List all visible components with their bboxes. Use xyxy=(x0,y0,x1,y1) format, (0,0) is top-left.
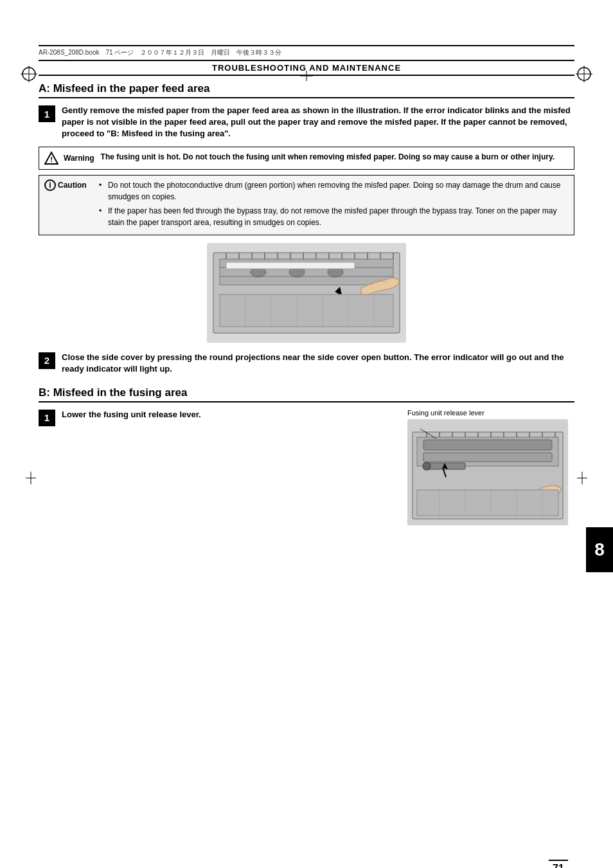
caution-text: Do not touch the photoconductive drum (g… xyxy=(99,179,569,231)
chapter-tab: 8 xyxy=(586,527,613,572)
step-1-text: Gently remove the misfed paper from the … xyxy=(62,105,574,140)
section-b-content: 1 Lower the fusing unit release lever. F… xyxy=(39,409,574,527)
page-number: 71 xyxy=(549,860,568,868)
fusing-label: Fusing unit release lever xyxy=(407,409,574,417)
reg-mark-tr xyxy=(574,64,594,84)
warning-text: The fusing unit is hot. Do not touch the… xyxy=(101,151,555,163)
svg-rect-58 xyxy=(423,453,552,462)
caution-item-1: Do not touch the photoconductive drum (g… xyxy=(99,179,569,203)
caution-label: i Caution xyxy=(44,179,93,191)
content-area: TROUBLESHOOTING AND MAINTENANCE A: Misfe… xyxy=(39,60,574,527)
warning-icon: ! xyxy=(44,151,61,165)
svg-rect-30 xyxy=(226,262,355,269)
section-b-right: Fusing unit release lever xyxy=(407,409,574,527)
step-1-number: 1 xyxy=(39,105,55,122)
caution-box: i Caution Do not touch the photoconducti… xyxy=(39,175,574,235)
caution-label-text: Caution xyxy=(58,181,87,190)
section-a-heading: A: Misfeed in the paper feed area xyxy=(39,82,574,98)
center-mark-right xyxy=(577,472,587,487)
section-b-step-1-number: 1 xyxy=(39,410,55,426)
file-info: AR-208S_208D.book 71 ページ ２００７年１２月３日 月曜日 … xyxy=(39,48,574,57)
step-2-block: 2 Close the side cover by pressing the r… xyxy=(39,352,574,375)
svg-rect-63 xyxy=(417,490,558,516)
paper-feed-svg xyxy=(207,243,406,343)
center-mark-left xyxy=(26,472,36,487)
page: AR-208S_208D.book 71 ページ ２００７年１２月３日 月曜日 … xyxy=(0,45,613,868)
caution-icon: i xyxy=(44,179,56,191)
step-2-number: 2 xyxy=(39,352,55,369)
step-2-text: Close the side cover by pressing the rou… xyxy=(62,352,574,375)
paper-feed-illustration xyxy=(39,243,574,343)
section-b-heading: B: Misfeed in the fusing area xyxy=(39,386,574,402)
section-b-step-1: 1 Lower the fusing unit release lever. xyxy=(39,409,395,426)
svg-point-60 xyxy=(423,462,431,470)
warning-label-text: Warning xyxy=(64,154,94,163)
reg-mark-tl xyxy=(19,64,39,84)
warning-box: ! Warning The fusing unit is hot. Do not… xyxy=(39,147,574,170)
caution-list: Do not touch the photoconductive drum (g… xyxy=(99,179,569,228)
svg-text:!: ! xyxy=(50,156,53,163)
step-1-block: 1 Gently remove the misfed paper from th… xyxy=(39,105,574,140)
section-b-left: 1 Lower the fusing unit release lever. xyxy=(39,409,395,431)
svg-rect-57 xyxy=(423,440,552,450)
svg-rect-33 xyxy=(220,294,393,327)
center-mark-top xyxy=(300,71,313,83)
fusing-unit-svg xyxy=(407,419,568,525)
header-bar: AR-208S_208D.book 71 ページ ２００７年１２月３日 月曜日 … xyxy=(39,45,574,57)
section-b-step-1-text: Lower the fusing unit release lever. xyxy=(62,409,395,420)
warning-label: ! Warning xyxy=(44,151,94,165)
caution-item-2: If the paper has been fed through the by… xyxy=(99,205,569,228)
